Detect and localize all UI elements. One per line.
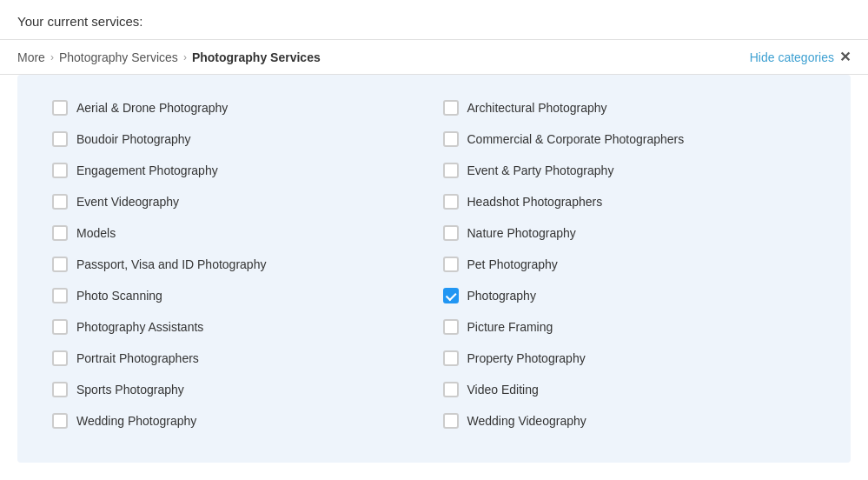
list-item[interactable]: Photography [434,280,825,311]
breadcrumb-root[interactable]: More [17,50,45,64]
page-header: Your current services: More › Photograph… [0,0,868,75]
checkbox-picture-framing[interactable] [443,319,459,335]
list-item[interactable]: Event Videography [43,186,434,217]
category-label-passport-visa: Passport, Visa and ID Photography [76,257,266,271]
breadcrumb-separator-1: › [50,51,54,63]
checkbox-portrait[interactable] [52,350,68,366]
category-label-event-party: Event & Party Photography [467,163,614,177]
close-icon: ✕ [839,49,851,65]
list-item[interactable]: Event & Party Photography [434,155,825,186]
category-label-models: Models [76,226,116,240]
checkbox-models[interactable] [52,225,68,241]
categories-panel: Aerial & Drone PhotographyArchitectural … [17,75,851,463]
category-label-nature: Nature Photography [467,226,576,240]
category-label-video-editing: Video Editing [467,383,539,397]
category-label-event-videography: Event Videography [76,195,179,209]
checkbox-photography[interactable] [443,288,459,303]
checkbox-architectural[interactable] [443,100,459,116]
category-label-wedding-photography: Wedding Photography [76,414,196,428]
list-item[interactable]: Engagement Photography [43,155,434,186]
list-item[interactable]: Video Editing [434,374,825,405]
breadcrumb-parent[interactable]: Photography Services [59,50,178,64]
list-item[interactable]: Portrait Photographers [43,343,434,374]
list-item[interactable]: Models [43,217,434,249]
category-label-photo-scanning: Photo Scanning [76,289,162,303]
category-label-headshot: Headshot Photographers [467,195,603,209]
list-item[interactable]: Photo Scanning [43,280,434,311]
category-label-wedding-videography: Wedding Videography [467,414,586,428]
category-label-photography: Photography [467,289,536,303]
category-label-engagement: Engagement Photography [76,163,218,177]
category-label-picture-framing: Picture Framing [467,320,553,334]
categories-grid: Aerial & Drone PhotographyArchitectural … [43,92,825,437]
category-label-sports: Sports Photography [76,383,184,397]
list-item[interactable]: Nature Photography [434,217,825,249]
list-item[interactable]: Wedding Photography [43,405,434,437]
list-item[interactable]: Property Photography [434,343,825,374]
breadcrumb: More › Photography Services › Photograph… [17,50,321,64]
checkbox-event-videography[interactable] [52,194,68,210]
category-label-aerial-drone: Aerial & Drone Photography [76,101,228,115]
list-item[interactable]: Commercial & Corporate Photographers [434,123,825,155]
category-label-property: Property Photography [467,351,586,365]
breadcrumb-bar: More › Photography Services › Photograph… [0,39,868,75]
checkbox-nature[interactable] [443,225,459,241]
checkbox-photo-assistants[interactable] [52,319,68,335]
checkbox-pet[interactable] [443,257,459,272]
category-label-pet: Pet Photography [467,257,558,271]
breadcrumb-separator-2: › [183,51,187,63]
category-label-architectural: Architectural Photography [467,101,607,115]
checkbox-video-editing[interactable] [443,382,459,397]
checkbox-wedding-videography[interactable] [443,413,459,429]
list-item[interactable]: Aerial & Drone Photography [43,92,434,123]
list-item[interactable]: Passport, Visa and ID Photography [43,249,434,280]
header-text: Your current services: [17,14,143,29]
checkbox-engagement[interactable] [52,163,68,178]
category-label-portrait: Portrait Photographers [76,351,199,365]
checkbox-sports[interactable] [52,382,68,397]
checkbox-boudoir[interactable] [52,131,68,147]
list-item[interactable]: Photography Assistants [43,311,434,343]
list-item[interactable]: Sports Photography [43,374,434,405]
category-label-boudoir: Boudoir Photography [76,132,191,146]
category-label-photo-assistants: Photography Assistants [76,320,203,334]
checkbox-photo-scanning[interactable] [52,288,68,303]
hide-categories-label: Hide categories [750,50,834,64]
breadcrumb-current: Photography Services [192,50,321,64]
checkbox-passport-visa[interactable] [52,257,68,272]
list-item[interactable]: Wedding Videography [434,405,825,437]
category-label-commercial-corporate: Commercial & Corporate Photographers [467,132,685,146]
checkbox-property[interactable] [443,350,459,366]
list-item[interactable]: Architectural Photography [434,92,825,123]
checkbox-commercial-corporate[interactable] [443,131,459,147]
list-item[interactable]: Pet Photography [434,249,825,280]
list-item[interactable]: Boudoir Photography [43,123,434,155]
checkbox-wedding-photography[interactable] [52,413,68,429]
checkbox-headshot[interactable] [443,194,459,210]
list-item[interactable]: Picture Framing [434,311,825,343]
checkbox-event-party[interactable] [443,163,459,178]
list-item[interactable]: Headshot Photographers [434,186,825,217]
hide-categories-button[interactable]: Hide categories ✕ [750,49,851,65]
checkbox-aerial-drone[interactable] [52,100,68,116]
